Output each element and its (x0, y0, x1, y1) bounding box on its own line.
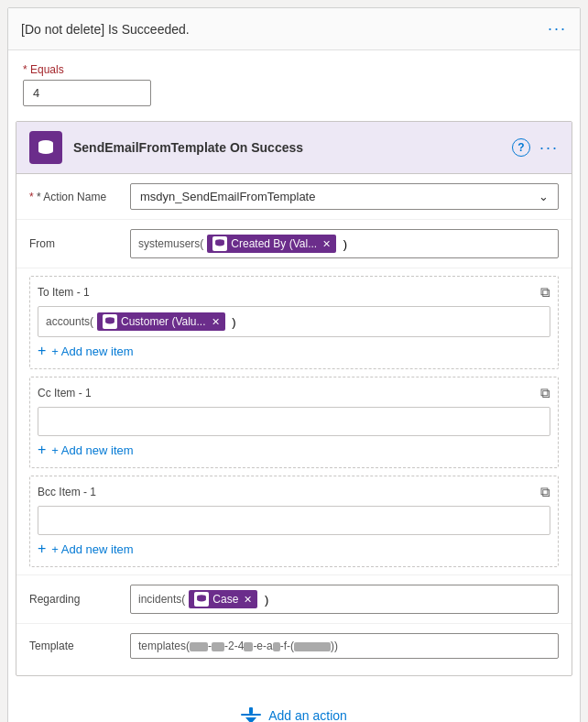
regarding-chip: Case ✕ (189, 590, 257, 608)
svg-marker-24 (245, 717, 256, 722)
from-chip-field[interactable]: systemusers( C (130, 229, 559, 258)
regarding-field: incidents( Cas (130, 585, 559, 614)
from-row: From systemusers( (16, 220, 572, 268)
from-chip: Created By (Val... ✕ (207, 235, 336, 253)
outer-menu-button[interactable]: ··· (548, 19, 567, 38)
cc-add-new-item-button[interactable]: + + Add new item (38, 436, 134, 460)
to-section: To Item - 1 ⧉ accounts( (29, 276, 559, 369)
from-field: systemusers( C (130, 229, 559, 258)
svg-point-16 (105, 321, 114, 324)
from-chip-icon (212, 236, 227, 251)
to-chip-close[interactable]: ✕ (212, 316, 220, 328)
copy-icon[interactable]: ⧉ (540, 284, 550, 301)
template-label: Template (29, 640, 130, 652)
action-name-row: * * Action Name msdyn_SendEmailFromTempl… (16, 174, 572, 220)
regarding-prefix: incidents( (138, 593, 185, 606)
cc-section: Cc Item - 1 ⧉ + + Add new item (29, 377, 559, 468)
regarding-chip-field[interactable]: incidents( Cas (130, 585, 559, 614)
equals-label: * Equals (23, 63, 565, 76)
plus-icon-cc: + (38, 442, 46, 458)
plus-icon: + (38, 343, 46, 359)
plus-icon-bcc: + (38, 541, 46, 557)
add-action-label: Add an action (268, 708, 347, 722)
add-action-button[interactable]: Add an action (241, 707, 347, 722)
bcc-copy-icon[interactable]: ⧉ (540, 484, 550, 500)
from-chip-close[interactable]: ✕ (322, 238, 331, 250)
regarding-label: Regarding (29, 593, 130, 606)
template-field: templates(--2-4-e-a-f-()) (130, 633, 559, 659)
to-chip-icon (103, 314, 117, 329)
to-input[interactable]: accounts( Customer (Valu... (38, 306, 550, 337)
action-name-value: msdyn_SendEmailFromTemplate ⌄ (130, 183, 559, 210)
bcc-label: Bcc Item - 1 (38, 486, 96, 498)
inner-header: SendEmailFromTemplate On Success ? ··· (16, 122, 572, 174)
svg-point-21 (198, 598, 207, 602)
action-name-dropdown[interactable]: msdyn_SendEmailFromTemplate ⌄ (130, 183, 559, 210)
inner-header-actions: ? ··· (512, 138, 559, 158)
svg-rect-22 (241, 714, 261, 716)
inner-body: * * Action Name msdyn_SendEmailFromTempl… (16, 174, 572, 675)
equals-section: * Equals (8, 50, 580, 115)
add-action-area: Add an action (8, 685, 580, 722)
bcc-section: Bcc Item - 1 ⧉ + + Add new item (29, 476, 559, 567)
to-label: To Item - 1 (38, 286, 90, 299)
bcc-add-new-item-button[interactable]: + + Add new item (38, 535, 134, 559)
template-row: Template templates(--2-4-e-a-f-()) (16, 623, 572, 668)
regarding-chip-close[interactable]: ✕ (244, 594, 252, 606)
outer-header: [Do not delete] Is Succeeded. ··· (8, 8, 580, 50)
svg-rect-23 (249, 707, 253, 714)
from-prefix: systemusers( (138, 237, 203, 250)
cc-input[interactable] (38, 407, 550, 436)
regarding-row: Regarding incidents( (16, 574, 572, 623)
help-button[interactable]: ? (512, 138, 530, 157)
svg-point-6 (38, 148, 53, 154)
to-add-new-item-button[interactable]: + + Add new item (38, 337, 134, 361)
to-section-header: To Item - 1 ⧉ (38, 284, 550, 301)
from-label: From (29, 237, 130, 250)
cc-section-header: Cc Item - 1 ⧉ (38, 385, 550, 401)
regarding-chip-icon (194, 592, 209, 607)
svg-point-11 (216, 243, 225, 246)
inner-card-title: SendEmailFromTemplate On Success (73, 140, 512, 155)
cc-label: Cc Item - 1 (38, 387, 92, 399)
outer-card: [Do not delete] Is Succeeded. ··· * Equa… (7, 7, 581, 722)
outer-header-title: [Do not delete] Is Succeeded. (21, 22, 190, 37)
bcc-section-header: Bcc Item - 1 ⧉ (38, 484, 550, 500)
action-name-label: * * Action Name (29, 191, 130, 203)
cc-copy-icon[interactable]: ⧉ (540, 385, 550, 401)
equals-input[interactable] (23, 80, 151, 106)
add-action-icon (241, 707, 261, 722)
inner-card: SendEmailFromTemplate On Success ? ··· *… (16, 121, 572, 676)
db-icon (29, 131, 62, 164)
inner-menu-button[interactable]: ··· (539, 138, 559, 158)
chevron-down-icon: ⌄ (539, 190, 549, 203)
to-prefix: accounts( (46, 315, 93, 328)
bcc-input[interactable] (38, 506, 550, 535)
template-value[interactable]: templates(--2-4-e-a-f-()) (130, 633, 559, 659)
to-chip: Customer (Valu... ✕ (97, 312, 224, 331)
